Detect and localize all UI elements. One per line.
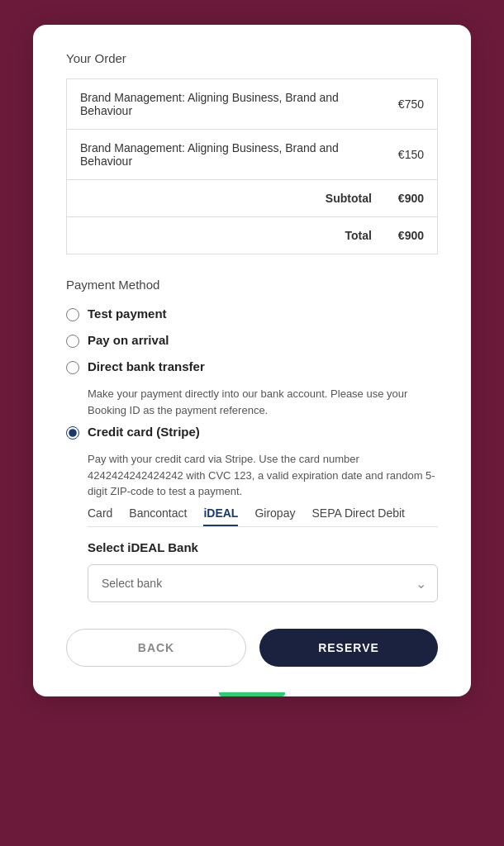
- radio-credit[interactable]: [66, 426, 79, 440]
- item-price-2: €150: [385, 130, 438, 180]
- radio-option-credit[interactable]: Credit card (Stripe): [66, 425, 438, 440]
- order-section-title: Your Order: [66, 51, 438, 65]
- radio-test[interactable]: [66, 308, 79, 321]
- back-button[interactable]: BACK: [66, 629, 246, 667]
- tab-sepa[interactable]: SEPA Direct Debit: [311, 506, 405, 526]
- item-name-2: Brand Management: Aligning Business, Bra…: [67, 130, 385, 180]
- item-name-1: Brand Management: Aligning Business, Bra…: [67, 79, 385, 130]
- radio-label-arrival: Pay on arrival: [88, 333, 169, 347]
- item-price-1: €750: [385, 79, 438, 130]
- table-row: Brand Management: Aligning Business, Bra…: [67, 79, 438, 130]
- tab-card[interactable]: Card: [88, 506, 112, 526]
- total-label: Total: [67, 217, 385, 254]
- ideal-section: Select iDEAL Bank Select bank ABN AMRO A…: [88, 540, 438, 602]
- radio-option-bank[interactable]: Direct bank transfer: [66, 359, 438, 374]
- total-value: €900: [385, 217, 438, 254]
- radio-arrival[interactable]: [66, 335, 79, 348]
- tab-ideal[interactable]: iDEAL: [203, 506, 238, 526]
- radio-label-bank: Direct bank transfer: [88, 359, 205, 373]
- radio-bank[interactable]: [66, 361, 79, 374]
- subtotal-label: Subtotal: [67, 180, 385, 217]
- subtotal-row: Subtotal €900: [67, 180, 438, 217]
- reserve-button[interactable]: RESERVE: [259, 629, 438, 667]
- action-buttons: BACK RESERVE: [66, 629, 438, 667]
- payment-section-title: Payment Method: [66, 278, 438, 292]
- main-card: Your Order Brand Management: Aligning Bu…: [33, 25, 471, 696]
- bottom-accent: [219, 692, 285, 696]
- total-row: Total €900: [67, 217, 438, 254]
- radio-label-test: Test payment: [88, 307, 167, 321]
- ideal-title: Select iDEAL Bank: [88, 540, 438, 554]
- stripe-tabs: Card Bancontact iDEAL Giropay SEPA Direc…: [88, 506, 438, 527]
- tab-bancontact[interactable]: Bancontact: [129, 506, 187, 526]
- radio-option-arrival[interactable]: Pay on arrival: [66, 333, 438, 348]
- radio-label-credit: Credit card (Stripe): [88, 425, 200, 439]
- bank-transfer-desc: Make your payment directly into our bank…: [88, 386, 438, 418]
- credit-card-desc: Pay with your credit card via Stripe. Us…: [88, 451, 438, 500]
- subtotal-value: €900: [385, 180, 438, 217]
- radio-option-test[interactable]: Test payment: [66, 307, 438, 321]
- tab-giropay[interactable]: Giropay: [254, 506, 295, 526]
- bank-select-wrapper: Select bank ABN AMRO ASN Bank Bunq ING K…: [88, 564, 438, 602]
- table-row: Brand Management: Aligning Business, Bra…: [67, 130, 438, 180]
- order-table: Brand Management: Aligning Business, Bra…: [66, 78, 438, 254]
- bank-select[interactable]: Select bank ABN AMRO ASN Bank Bunq ING K…: [88, 564, 438, 602]
